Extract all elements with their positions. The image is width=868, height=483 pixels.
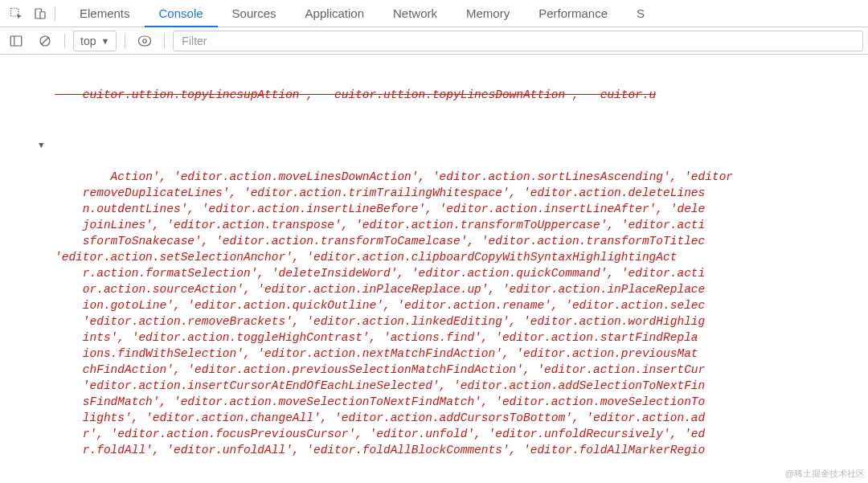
svg-rect-2 xyxy=(40,11,45,18)
console-toolbar: top ▼ xyxy=(0,27,868,55)
filter-input[interactable] xyxy=(173,31,863,51)
watermark: @稀土掘金技术社区 xyxy=(785,468,865,480)
divider xyxy=(164,34,165,48)
tab-application[interactable]: Application xyxy=(291,0,379,27)
tab-elements[interactable]: Elements xyxy=(65,0,145,27)
device-toolbar-icon[interactable] xyxy=(29,2,51,25)
log-text: Action', 'editor.action.moveLinesDownAct… xyxy=(55,170,733,456)
svg-point-7 xyxy=(143,39,147,43)
console-log-array: ▼ Action', 'editor.action.moveLinesDownA… xyxy=(0,135,868,476)
tab-console[interactable]: Console xyxy=(145,1,218,27)
devtools-tabbar: Elements Console Sources Application Net… xyxy=(0,0,868,27)
tab-more[interactable]: S xyxy=(622,0,659,27)
expand-toggle-icon[interactable]: ▼ xyxy=(39,137,44,153)
context-selector[interactable]: top ▼ xyxy=(73,31,117,51)
inspect-element-icon[interactable] xyxy=(5,2,27,25)
tabs-container: Elements Console Sources Application Net… xyxy=(65,0,659,27)
console-output: euitor.uttion.topyLinesupAttion , euitor… xyxy=(0,55,868,483)
log-truncated: euitor.uttion.topyLinesupAttion , euitor… xyxy=(0,87,868,103)
clear-console-icon[interactable] xyxy=(34,30,56,52)
tab-sources[interactable]: Sources xyxy=(218,0,291,27)
divider xyxy=(125,34,125,48)
divider xyxy=(55,6,55,21)
live-expression-icon[interactable] xyxy=(133,30,156,52)
tab-network[interactable]: Network xyxy=(379,0,452,27)
tab-memory[interactable]: Memory xyxy=(452,0,524,27)
svg-line-6 xyxy=(42,37,49,44)
tab-performance[interactable]: Performance xyxy=(524,0,622,27)
svg-rect-3 xyxy=(10,36,22,46)
sidebar-toggle-icon[interactable] xyxy=(5,30,27,52)
divider xyxy=(64,34,65,48)
context-label: top xyxy=(80,35,96,47)
chevron-down-icon: ▼ xyxy=(100,36,109,46)
